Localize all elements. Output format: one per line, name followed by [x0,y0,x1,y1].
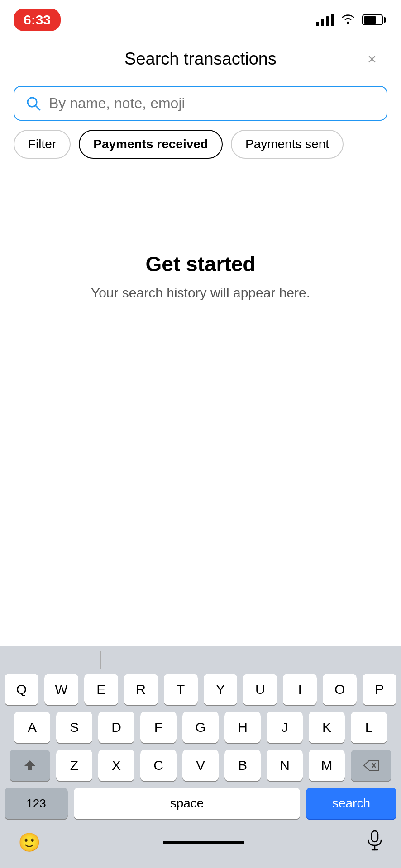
key-row-1: Q W E R T Y U I O P [5,674,396,705]
wifi-icon [340,12,356,28]
key-v[interactable]: V [182,750,219,781]
key-q[interactable]: Q [5,674,38,705]
svg-point-0 [347,21,349,24]
mic-key[interactable] [367,830,383,854]
keyboard-top-bar [0,646,401,671]
key-x[interactable]: X [98,750,134,781]
key-l[interactable]: L [351,712,387,743]
search-icon [25,95,42,112]
filter-row: Filter Payments received Payments sent [0,130,401,172]
battery-icon [362,14,383,25]
key-t[interactable]: T [164,674,198,705]
signal-icon [316,14,334,26]
page-header: Search transactions × [0,36,401,81]
keyboard-handle-right [301,651,301,669]
key-u[interactable]: U [243,674,277,705]
keyboard-extras: 🙂 [0,824,401,868]
key-h[interactable]: H [224,712,261,743]
home-indicator [163,841,244,844]
search-box[interactable] [14,86,387,121]
key-i[interactable]: I [283,674,317,705]
key-o[interactable]: O [323,674,357,705]
status-icons [316,12,383,28]
key-f[interactable]: F [140,712,177,743]
keyboard: Q W E R T Y U I O P A S D F G H J K L [0,646,401,868]
key-w[interactable]: W [44,674,78,705]
key-k[interactable]: K [309,712,345,743]
key-a[interactable]: A [14,712,50,743]
key-r[interactable]: R [124,674,158,705]
empty-state-subtitle: Your search history will appear here. [91,285,310,301]
empty-state: Get started Your search history will app… [0,172,401,380]
search-key[interactable]: search [306,788,396,819]
key-b[interactable]: B [224,750,261,781]
key-row-2: A S D F G H J K L [5,712,396,743]
shift-key[interactable] [10,750,50,781]
key-row-3: Z X C V B N M [5,750,396,781]
delete-key[interactable] [351,750,391,781]
filter-button[interactable]: Filter [14,130,71,159]
status-time: 6:33 [14,9,61,31]
keyboard-bottom-row: 123 space search [0,788,401,824]
close-button[interactable]: × [361,48,383,70]
key-e[interactable]: E [84,674,118,705]
search-input[interactable] [49,95,376,112]
space-key[interactable]: space [74,788,300,819]
key-y[interactable]: Y [204,674,238,705]
key-j[interactable]: J [267,712,303,743]
key-m[interactable]: M [309,750,345,781]
key-s[interactable]: S [56,712,92,743]
payments-received-button[interactable]: Payments received [79,130,223,159]
svg-line-2 [36,106,40,110]
num-key[interactable]: 123 [5,788,68,819]
status-bar: 6:33 [0,0,401,36]
page-title: Search transactions [124,49,277,69]
key-c[interactable]: C [140,750,177,781]
keyboard-rows: Q W E R T Y U I O P A S D F G H J K L [0,671,401,781]
key-g[interactable]: G [182,712,219,743]
key-z[interactable]: Z [56,750,92,781]
payments-sent-button[interactable]: Payments sent [231,130,344,159]
search-container [0,81,401,130]
keyboard-handle-left [100,651,101,669]
key-n[interactable]: N [267,750,303,781]
svg-rect-5 [372,831,378,842]
key-p[interactable]: P [363,674,396,705]
empty-state-title: Get started [146,252,256,276]
key-d[interactable]: D [98,712,134,743]
close-icon: × [368,51,377,66]
emoji-key[interactable]: 🙂 [18,832,41,853]
